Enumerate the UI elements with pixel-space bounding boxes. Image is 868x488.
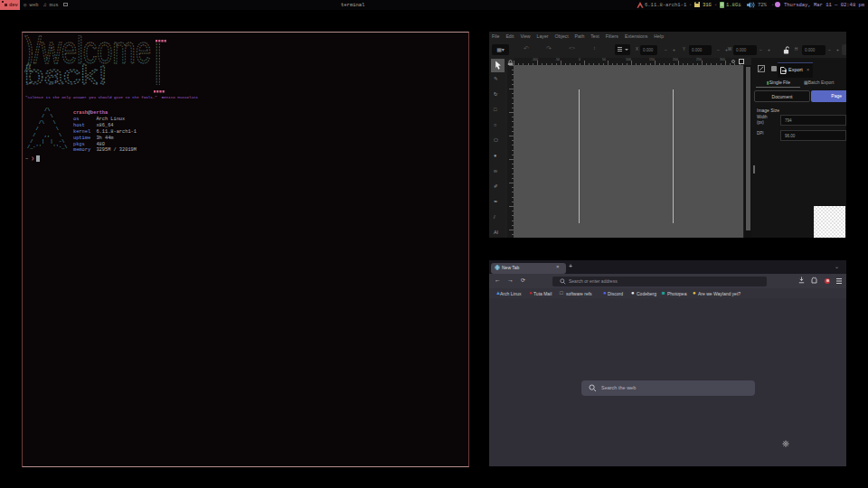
svg-text:back!: back! [24, 60, 108, 89]
